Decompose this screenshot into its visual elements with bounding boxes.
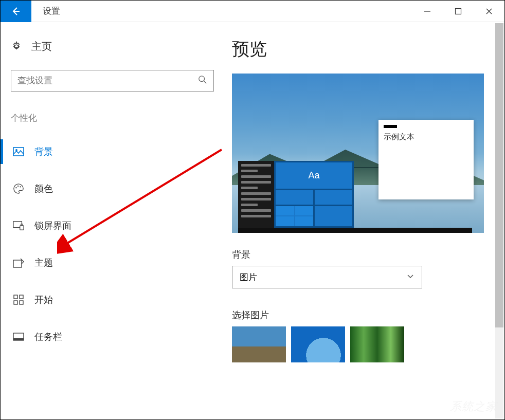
window-controls [412,1,504,22]
taskbar-icon [13,331,24,342]
home-link[interactable]: 主页 [11,38,217,56]
preview-tiles: Aa [274,161,354,228]
app-title: 设置 [43,5,60,17]
svg-rect-8 [20,226,24,230]
maximize-button[interactable] [443,1,474,22]
scrollbar-thumb[interactable] [495,23,503,327]
choose-picture-label: 选择图片 [232,309,494,321]
sidebar-item-label: 任务栏 [34,331,62,343]
sample-text: 示例文本 [378,132,474,142]
maximize-icon [455,8,462,15]
lockscreen-icon [13,220,24,231]
picture-thumb-1[interactable] [232,326,286,362]
search-input[interactable] [17,76,198,86]
sidebar-item-label: 锁屏界面 [34,220,71,232]
preview-heading: 预览 [232,38,494,61]
category-label: 个性化 [11,112,217,124]
preview-start-menu: Aa [238,161,354,228]
sidebar-item-label: 颜色 [34,182,53,195]
background-section-label: 背景 [232,248,494,261]
svg-rect-12 [14,301,17,304]
close-icon [485,8,493,15]
sidebar-item-label: 主题 [34,257,53,269]
svg-point-5 [17,186,19,187]
sidebar-item-lockscreen[interactable]: 锁屏界面 [11,213,217,238]
minimize-icon [424,8,431,15]
sidebar-item-colors[interactable]: 颜色 [11,176,217,201]
picture-thumb-2[interactable] [291,326,345,362]
preview-start-list [238,161,274,228]
home-label: 主页 [31,40,52,53]
close-button[interactable] [474,1,504,22]
picture-thumbnails [232,326,494,362]
svg-rect-11 [20,295,23,299]
themes-icon [13,257,24,268]
arrow-left-icon [11,6,21,16]
sidebar: 主页 个性化 背景 颜色 锁屏界面 [1,22,227,419]
picture-thumb-3[interactable] [350,326,404,362]
svg-rect-9 [13,260,22,267]
minimize-button[interactable] [412,1,443,22]
dropdown-value: 图片 [240,271,257,283]
preview-taskbar [238,228,472,233]
svg-rect-15 [13,338,24,340]
watermark: 系统之家 [450,399,497,414]
svg-rect-10 [14,295,17,299]
search-icon [198,75,207,86]
start-grid-icon [13,294,24,305]
svg-rect-2 [13,148,24,156]
preview-tile-aa: Aa [276,162,352,189]
svg-point-4 [15,187,16,188]
background-type-dropdown[interactable]: 图片 [232,266,422,288]
picture-icon [13,146,24,157]
sidebar-item-label: 背景 [34,145,53,158]
svg-point-6 [20,186,21,187]
sidebar-item-taskbar[interactable]: 任务栏 [11,324,217,349]
desktop-preview: Aa 示例文本 [232,74,484,233]
palette-icon [13,183,24,194]
gear-icon [11,41,22,52]
preview-sample-window: 示例文本 [378,120,474,199]
sidebar-item-background[interactable]: 背景 [11,139,217,164]
main-panel: 预览 Aa 示例文本 [227,22,504,419]
search-box[interactable] [11,70,214,92]
svg-rect-13 [20,301,23,304]
sidebar-item-label: 开始 [34,294,53,306]
back-button[interactable] [1,1,31,22]
titlebar: 设置 [1,1,504,22]
sidebar-item-start[interactable]: 开始 [11,287,217,312]
vertical-scrollbar[interactable] [495,23,503,418]
chevron-down-icon [406,272,414,283]
sidebar-item-themes[interactable]: 主题 [11,250,217,275]
svg-point-1 [199,76,205,82]
svg-rect-0 [456,8,461,14]
